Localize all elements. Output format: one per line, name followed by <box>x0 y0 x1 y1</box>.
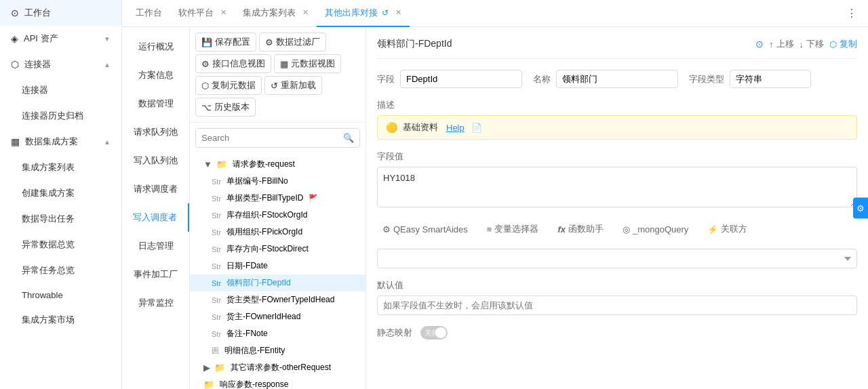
static-toggle[interactable]: 关闭 <box>420 326 448 340</box>
sidebar-item-data-solution[interactable]: ▦ 数据集成方案 ▲ <box>0 129 121 155</box>
tree-node-fownerid[interactable]: Str 货主-FOwnerIdHead <box>190 308 366 325</box>
node-label: 单据类型-FBillTypeID <box>226 192 303 204</box>
sidebar-item-export-task[interactable]: 数据导出任务 <box>0 206 121 232</box>
tool-associate[interactable]: ⚡ 关联方 <box>702 220 753 238</box>
tab-close-solution-list[interactable]: ✕ <box>302 8 309 17</box>
tab-more-button[interactable]: ⋮ <box>841 7 863 20</box>
panel-item-scheme[interactable]: 方案信息 <box>122 61 189 89</box>
sidebar-item-workbench[interactable]: ⊙ 工作台 <box>0 0 121 26</box>
reload-button[interactable]: ↺ 重新加载 <box>264 76 322 95</box>
sidebar-item-label: API 资产 <box>24 33 58 45</box>
history-button[interactable]: ⌥ 历史版本 <box>195 98 256 117</box>
default-row: 默认值 <box>377 279 857 315</box>
sidebar-item-label: 连接器 <box>24 58 51 70</box>
sidebar-item-solution-list[interactable]: 集成方案列表 <box>0 155 121 180</box>
sidebar-item-connector-sub2[interactable]: 连接器历史归档 <box>0 103 121 129</box>
center-panel: 💾 保存配置 ⚙ 数据过滤厂 ⚙ 接口信息视图 ▦ 元数据视图 ⬡ 复制元 <box>190 27 366 389</box>
help-link[interactable]: Help <box>446 123 465 133</box>
tab-close-other-db[interactable]: ✕ <box>395 8 401 17</box>
tree-node-fentity[interactable]: 囲 明细信息-FEntity <box>190 342 366 359</box>
tab-software[interactable]: 软件平台 ✕ <box>170 0 235 27</box>
sidebar-item-api[interactable]: ◈ API 资产 ▼ <box>0 26 121 52</box>
search-button[interactable]: 🔍 <box>338 129 359 147</box>
warning-icon: 🟡 <box>386 122 397 133</box>
panel-item-exception-monitor[interactable]: 异常监控 <box>122 289 189 317</box>
panel-item-log[interactable]: 日志管理 <box>122 232 189 260</box>
folder-icon: 📁 <box>216 159 227 169</box>
tree-node-fownertype[interactable]: Str 货主类型-FOwnerTypeIdHead <box>190 291 366 308</box>
tab-other-db[interactable]: 其他出库对接 ↺ ✕ <box>317 0 410 27</box>
type-input[interactable] <box>730 70 811 88</box>
panel-item-data-mgmt[interactable]: 数据管理 <box>122 89 189 118</box>
expression-select[interactable] <box>377 249 857 268</box>
field-value-textarea[interactable]: HY1018 <box>377 167 857 207</box>
sidebar-item-exception-task[interactable]: 异常任务总览 <box>0 258 121 283</box>
tab-label: 工作台 <box>136 7 162 19</box>
sidebar-item-throwable[interactable]: Throwable <box>0 283 121 307</box>
field-label: 字段 <box>377 73 395 85</box>
up-button[interactable]: ↑ 上移 <box>769 38 794 50</box>
sidebar-item-create-solution[interactable]: 创建集成方案 <box>0 180 121 206</box>
tree-node-fpickorgid[interactable]: Str 领用组织-FPickOrgId <box>190 224 366 241</box>
field-input[interactable] <box>400 70 522 88</box>
node-label: 货主-FOwnerIdHead <box>226 311 300 323</box>
tool-mongo[interactable]: ◎ _mongoQuery <box>617 222 694 237</box>
sidebar-item-connector-sub1[interactable]: 连接器 <box>0 77 121 103</box>
copy-meta-button[interactable]: ⬡ 复制元数据 <box>195 76 262 95</box>
tree-node-fnote[interactable]: Str 备注-FNote <box>190 325 366 342</box>
data-filter-button[interactable]: ⚙ 数据过滤厂 <box>259 33 326 52</box>
tree-node-other-request[interactable]: ▶ 📁 其它请求参数-otherRequest <box>190 359 366 376</box>
tree-node-fbilltypeid[interactable]: Str 单据类型-FBillTypeID 🚩 <box>190 190 366 207</box>
folder-icon: 📁 <box>214 363 225 373</box>
sidebar-item-exception-overview[interactable]: 异常数据总览 <box>0 232 121 258</box>
tool-qeasy[interactable]: ⚙ QEasy SmartAides <box>377 222 473 237</box>
tool-variable[interactable]: ≡ 变量选择器 <box>481 220 545 238</box>
search-input[interactable] <box>196 129 338 147</box>
search-box: 🔍 <box>195 128 360 148</box>
copy-button[interactable]: ⬡ 复制 <box>829 38 857 50</box>
right-panel: 领料部门-FDeptId ⊙ ↑ 上移 ↓ 下移 ⬡ 复 <box>366 27 868 389</box>
tree-node-fdate[interactable]: Str 日期-FDate <box>190 258 366 274</box>
node-label: 单据编号-FBillNo <box>226 176 288 187</box>
interface-view-button[interactable]: ⚙ 接口信息视图 <box>195 54 271 73</box>
tab-label: 其他出库对接 <box>325 7 378 19</box>
meta-view-button[interactable]: ▦ 元数据视图 <box>274 54 341 73</box>
node-label: 货主类型-FOwnerTypeIdHead <box>226 294 334 306</box>
static-label: 静态映射 <box>377 327 412 339</box>
node-label: 请求参数-request <box>233 159 295 170</box>
node-label: 响应参数-response <box>220 379 288 389</box>
tab-close-software[interactable]: ✕ <box>220 8 226 17</box>
settings-float-button[interactable]: ⚙ <box>853 198 868 219</box>
tool-function[interactable]: fx 函数助手 <box>552 220 609 238</box>
panel-item-queue[interactable]: 请求队列池 <box>122 118 189 146</box>
desc-row: 描述 🟡 基础资料 Help 📄 <box>377 99 857 140</box>
down-button[interactable]: ↓ 下移 <box>800 38 825 50</box>
tree-node-request-params[interactable]: ▼ 📁 请求参数-request <box>190 156 366 173</box>
tab-label: 集成方案列表 <box>243 7 296 19</box>
sidebar-item-connector[interactable]: ⬡ 连接器 ▲ <box>0 52 121 77</box>
save-config-button[interactable]: 💾 保存配置 <box>195 33 256 52</box>
sidebar-item-market[interactable]: 集成方案市场 <box>0 307 121 333</box>
associate-icon: ⚡ <box>707 224 718 234</box>
sidebar-item-label: 数据导出任务 <box>22 213 75 225</box>
tab-workbench[interactable]: 工作台 <box>127 0 170 27</box>
default-input[interactable] <box>377 295 857 315</box>
tree-node-fstockdirect[interactable]: Str 库存方向-FStockDirect <box>190 241 366 258</box>
panel-item-event-factory[interactable]: 事件加工厂 <box>122 260 189 289</box>
tree-node-fbillno[interactable]: Str 单据编号-FBillNo <box>190 173 366 190</box>
panel-item-overview[interactable]: 运行概况 <box>122 33 189 61</box>
panel-item-write-queue[interactable]: 写入队列池 <box>122 146 189 175</box>
name-input[interactable] <box>556 70 678 88</box>
panel-item-scheduler[interactable]: 请求调度者 <box>122 175 189 203</box>
tree-node-fstockorgid[interactable]: Str 库存组织-FStockOrgId <box>190 207 366 224</box>
tab-solution-list[interactable]: 集成方案列表 ✕ <box>235 0 317 27</box>
name-label: 名称 <box>533 73 551 85</box>
tree-node-response[interactable]: 📁 响应参数-response <box>190 376 366 389</box>
type-badge: Str <box>212 313 221 321</box>
desc-box: 🟡 基础资料 Help 📄 <box>377 115 857 140</box>
panel-item-write-scheduler[interactable]: 写入调度者 <box>122 203 189 232</box>
sidebar-item-label: 集成方案市场 <box>22 314 75 326</box>
tree-node-fdeptid[interactable]: Str 领料部门-FDeptId <box>190 274 366 291</box>
node-label: 库存方向-FStockDirect <box>226 243 309 255</box>
field-title: 领料部门-FDeptId <box>377 38 452 50</box>
